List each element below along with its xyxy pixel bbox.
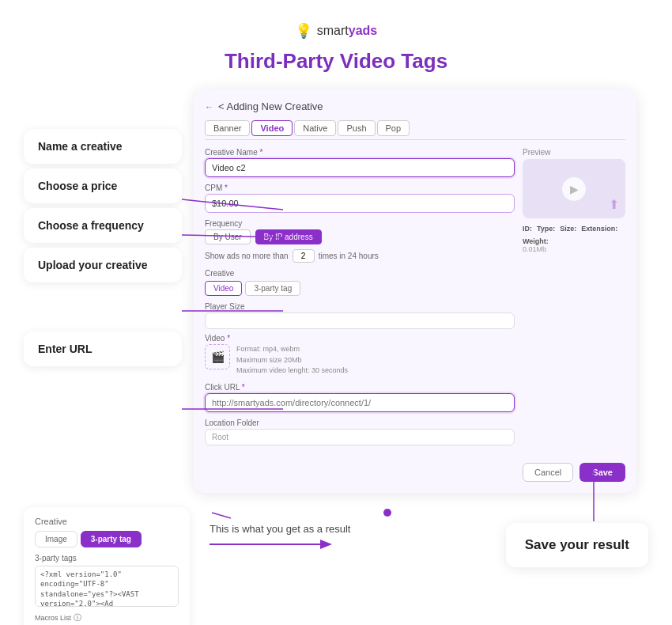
freq-by-ip[interactable]: By IP address	[255, 229, 322, 244]
steps-panel: Name a creative Choose a price Choose a …	[24, 89, 182, 493]
logo-area: 💡 smartyads	[0, 22, 672, 40]
bottom-creative-card: Creative Image 3-party tag 3-party tags …	[24, 507, 190, 626]
result-label-area: This is what you get as a result	[202, 507, 350, 554]
form-section: Creative Name * CPM *	[205, 148, 625, 452]
video-upload-area: 🎬 Format: mp4, webm Maximum size 20Mb Ma…	[205, 344, 515, 377]
cpm-label: CPM *	[205, 184, 515, 192]
preview-area: ▶ ⬆	[523, 159, 625, 218]
form-title: < Adding New Creative	[218, 100, 323, 112]
location-folder-group: Location Folder Root	[205, 419, 515, 445]
meta-extension: Extension:	[581, 225, 617, 233]
cpm-group: CPM *	[205, 184, 515, 213]
form-right: Preview ▶ ⬆ ID: Type:	[523, 148, 625, 452]
show-ads-input[interactable]	[293, 249, 315, 263]
tab-video[interactable]: Video	[251, 120, 293, 136]
click-url-input[interactable]	[205, 393, 515, 412]
result-arrow-svg	[210, 535, 336, 554]
form-left: Creative Name * CPM *	[205, 148, 515, 452]
bottom-card-title: Creative	[35, 517, 179, 526]
frequency-group: Frequency By User By IP address Show ads…	[205, 219, 515, 263]
form-header: ← < Adding New Creative	[205, 100, 625, 112]
tags-label: 3-party tags	[35, 554, 179, 562]
creative-type-label: Creative	[205, 269, 515, 278]
bottom-tab-image[interactable]: Image	[35, 531, 77, 547]
form-panel: ← < Adding New Creative Banner Video Nat…	[194, 89, 636, 493]
video-upload-group: Video * 🎬 Format: mp4, webm Maximum size…	[205, 334, 515, 377]
save-button[interactable]: Save	[580, 463, 625, 482]
header: 💡 smartyads Third-Party Video Tags	[0, 0, 672, 81]
video-upload-icon[interactable]: 🎬	[205, 344, 230, 369]
step-choose-frequency[interactable]: Choose a frequency	[24, 208, 182, 243]
cpm-input[interactable]	[205, 194, 515, 213]
logo-icon: 💡	[295, 22, 312, 40]
meta-weight: Weight: 0.01Mb	[523, 237, 549, 253]
video-info: Format: mp4, webm Maximum size 20Mb Maxi…	[236, 344, 348, 377]
bottom-section: Creative Image 3-party tag 3-party tags …	[0, 501, 672, 626]
bottom-tab-3party[interactable]: 3-party tag	[81, 531, 142, 547]
form-card: ← < Adding New Creative Banner Video Nat…	[194, 89, 636, 493]
preview-label: Preview	[523, 148, 625, 157]
step-enter-url[interactable]: Enter URL	[24, 331, 182, 366]
click-url-group: Click URL *	[205, 383, 515, 412]
tab-native[interactable]: Native	[294, 120, 336, 136]
frequency-label: Frequency	[205, 219, 515, 228]
video-upload-label: Video *	[205, 334, 515, 343]
step-upload-creative[interactable]: Upload your creative	[24, 248, 182, 282]
result-text: This is what you get as a result	[210, 523, 350, 535]
tab-banner[interactable]: Banner	[205, 120, 250, 136]
action-row: Cancel Save	[205, 458, 625, 482]
logo-text: smartyads	[317, 24, 377, 38]
tab-push[interactable]: Push	[338, 120, 375, 136]
creative-tab-video[interactable]: Video	[205, 281, 242, 296]
macros-link[interactable]: Macros List ⓘ	[35, 612, 179, 623]
player-size-select[interactable]	[205, 312, 515, 329]
meta-type: Type:	[537, 225, 555, 233]
tags-textarea[interactable]: <?xml version="1.0" encoding="UTF-8" sta…	[35, 566, 179, 607]
svg-marker-1	[320, 540, 332, 549]
save-result-card: Save your result	[506, 523, 648, 567]
creative-tabs: Video 3-party tag	[205, 281, 515, 296]
page-wrapper: 💡 smartyads Third-Party Video Tags Name …	[0, 0, 672, 625]
page-title: Third-Party Video Tags	[0, 49, 672, 74]
back-arrow-icon[interactable]: ←	[205, 102, 213, 112]
frequency-row: By User By IP address	[205, 229, 515, 244]
bottom-tabs: Image 3-party tag	[35, 531, 179, 547]
cancel-button[interactable]: Cancel	[523, 463, 573, 482]
main-content: Name a creative Choose a price Choose a …	[0, 81, 672, 501]
location-folder-label: Location Folder	[205, 419, 515, 427]
player-size-group: Player Size	[205, 302, 515, 329]
show-ads-row: Show ads no more than times in 24 hours	[205, 249, 515, 263]
click-url-label: Click URL *	[205, 383, 515, 392]
preview-upload-icon: ⬆	[609, 197, 619, 212]
creative-name-group: Creative Name *	[205, 148, 515, 177]
tab-pop[interactable]: Pop	[377, 120, 410, 136]
info-icon: ⓘ	[74, 612, 81, 623]
meta-table: ID: Type: Size:	[523, 225, 625, 253]
step-choose-price[interactable]: Choose a price	[24, 169, 182, 203]
tab-bar: Banner Video Native Push Pop	[205, 120, 625, 140]
step-name-creative[interactable]: Name a creative	[24, 129, 182, 164]
location-folder-select[interactable]: Root	[205, 429, 515, 445]
preview-play-icon: ▶	[562, 177, 586, 201]
player-size-label: Player Size	[205, 302, 515, 311]
creative-tab-3party[interactable]: 3-party tag	[245, 281, 300, 296]
creative-name-input[interactable]	[205, 158, 515, 177]
meta-size: Size:	[560, 225, 576, 233]
meta-id: ID:	[523, 225, 532, 233]
creative-type-group: Creative Video 3-party tag	[205, 269, 515, 296]
freq-by-user[interactable]: By User	[205, 229, 251, 244]
creative-name-label: Creative Name *	[205, 148, 515, 157]
